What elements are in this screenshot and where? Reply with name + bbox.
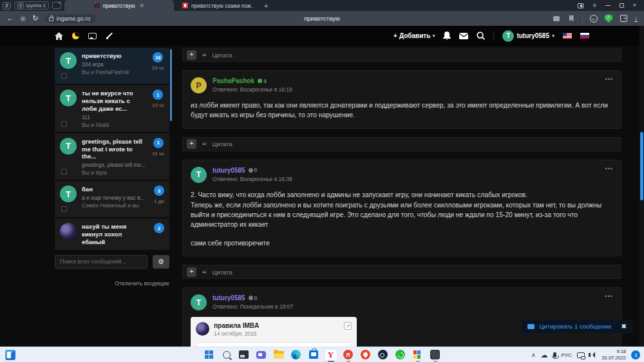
post-avatar[interactable]: P (191, 77, 207, 93)
comments-icon[interactable] (553, 15, 560, 23)
conversation-checkbox[interactable] (61, 169, 67, 175)
unread-badge: 3 (154, 186, 164, 196)
quote-toast-label[interactable]: Цитировать 1 сообщение (539, 323, 611, 330)
new-tab-button[interactable]: + (261, 1, 271, 10)
speaker-icon[interactable] (590, 352, 595, 357)
back-icon[interactable]: ← (6, 15, 14, 22)
embedded-topic-card[interactable]: правила IMBA 14 октября, 2015 ↗ правила … (191, 317, 357, 347)
taskbar-search-icon[interactable] (220, 349, 233, 361)
gallery-icon[interactable] (88, 33, 97, 39)
language-indicator[interactable]: РУС (562, 352, 573, 358)
conversation-checkbox[interactable] (61, 121, 67, 127)
tab-title: приветствую скажи пож. (191, 3, 252, 9)
conversation-item[interactable]: T приветствую 204 игра Вы и PashaPashok … (55, 48, 169, 84)
post-avatar[interactable]: T (191, 294, 207, 310)
teams-chat-icon[interactable] (255, 349, 268, 361)
conversation-item[interactable]: нахуй ты меня кикнул хохол ебаный 2 (55, 218, 169, 250)
downloads-icon[interactable]: ↓ (634, 15, 638, 22)
steam-icon[interactable] (377, 349, 390, 361)
quote-label[interactable]: Цитата (213, 140, 232, 148)
protect-shield-icon[interactable] (605, 15, 612, 23)
home-icon[interactable] (55, 32, 63, 40)
alice-assistant-icon[interactable] (590, 15, 598, 23)
start-button[interactable] (203, 349, 216, 361)
conversation-checkbox[interactable] (61, 73, 67, 79)
edge-browser-icon[interactable] (290, 349, 303, 361)
close-window-icon[interactable]: × (633, 3, 636, 8)
tab-group-chip[interactable]: 0 группа 1 (14, 1, 49, 10)
microphone-icon[interactable] (553, 352, 556, 357)
search-messages-input[interactable] (55, 255, 147, 269)
disable-incoming-link[interactable]: Отключить входящие (55, 280, 169, 287)
scrollbar-thumb[interactable] (640, 132, 643, 200)
sidebar-scrollbar[interactable] (170, 49, 172, 121)
messenger-content: T приветствую 204 игра Вы и PashaPashok … (0, 46, 644, 347)
widgets-icon[interactable] (5, 350, 15, 360)
tab-active[interactable]: приветствую ✕ (64, 0, 174, 11)
tab-inactive[interactable]: приветствую скажи пож. (177, 0, 258, 11)
add-button[interactable]: + Добавить ▾ (393, 32, 435, 39)
quote-selection-toast[interactable]: Цитировать 1 сообщение ✖ (522, 319, 632, 333)
dark-app-icon[interactable] (429, 349, 442, 361)
conversation-item[interactable]: T greetings, please tell me that I wrote… (55, 133, 169, 180)
new-group-icon[interactable] (52, 2, 61, 9)
quote-label[interactable]: Цитата (213, 52, 232, 59)
tab-group-label: группа 1 (26, 3, 46, 8)
drop-app-icon[interactable] (359, 349, 372, 361)
user-menu[interactable]: T tutury0585 ▾ (502, 30, 554, 42)
colorful-app-icon[interactable] (412, 349, 424, 361)
address-bar[interactable]: ingame.go.ro (45, 14, 97, 23)
post-paragraph: сами себе противоречите (191, 239, 613, 249)
theme-moon-icon[interactable] (72, 32, 79, 39)
post-options-icon[interactable]: ••• (605, 166, 613, 172)
file-explorer-icon[interactable] (272, 349, 285, 361)
collections-icon[interactable] (620, 15, 627, 23)
microsoft-store-icon[interactable] (307, 349, 320, 361)
post-author[interactable]: PashaPashok (213, 77, 254, 84)
clock[interactable]: 9:18 20.07.2022 (601, 348, 626, 361)
refresh-icon[interactable]: ↻ (33, 15, 39, 22)
conversation-item[interactable]: T ты не вкурсе что нельзя кикать с лоби … (55, 85, 169, 132)
gear-icon[interactable]: ⚙ (153, 255, 169, 269)
bookmark-icon[interactable] (567, 15, 575, 23)
language-flag-us-icon[interactable] (563, 33, 572, 39)
maximize-icon[interactable] (620, 3, 624, 8)
network-display-icon[interactable] (577, 352, 585, 358)
menu-icon[interactable]: ≡ (592, 3, 596, 8)
multiquote-plus-button[interactable]: + (187, 139, 196, 149)
post-options-icon[interactable]: ••• (605, 293, 613, 300)
conversation-participants: Вы и Skabi (82, 122, 146, 128)
onedrive-cloud-icon[interactable]: ☁ (541, 352, 548, 359)
conversation-sidebar: T приветствую 204 игра Вы и PashaPashok … (55, 48, 169, 347)
conversation-item[interactable]: T бан а и еще почему у вас в... Семён Не… (55, 181, 169, 217)
toast-close-icon[interactable]: ✖ (621, 323, 627, 330)
post-options-icon[interactable]: ••• (605, 76, 613, 82)
multiquote-plus-button[interactable]: + (187, 267, 196, 277)
yandex-app-icon[interactable]: Я (342, 349, 355, 361)
page-scrollbar[interactable] (639, 26, 644, 347)
search-icon[interactable] (477, 32, 485, 40)
conversation-avatar: T (60, 90, 77, 106)
messages-envelope-icon[interactable] (459, 33, 468, 39)
popout-icon[interactable] (578, 3, 583, 8)
forward-icon[interactable]: ◉ (20, 15, 26, 22)
expand-icon[interactable]: ↗ (344, 322, 352, 330)
language-flag-ru-icon[interactable] (580, 33, 589, 39)
post-author[interactable]: tutury0585 (213, 294, 245, 301)
hidden-icons-chevron[interactable]: ∧ (531, 352, 536, 358)
brush-icon[interactable] (106, 32, 114, 40)
dark-app-window-icon[interactable] (238, 349, 251, 361)
multiquote-plus-button[interactable]: + (187, 50, 196, 60)
embed-title[interactable]: правила IMBA (214, 322, 259, 329)
post-author[interactable]: tutury0585 (213, 167, 245, 174)
minimize-icon[interactable] (605, 5, 611, 6)
notification-count-badge[interactable]: 3 (631, 350, 640, 359)
whatsapp-icon[interactable] (394, 349, 407, 361)
quote-label[interactable]: Цитата (213, 269, 232, 276)
post-avatar[interactable]: T (191, 167, 207, 183)
notifications-bell-icon[interactable] (443, 32, 451, 40)
tab-counter[interactable]: 2 (3, 2, 11, 10)
yandex-browser-icon[interactable]: Y (325, 349, 337, 361)
tab-close-icon[interactable]: ✕ (140, 3, 145, 9)
conversation-checkbox[interactable] (61, 206, 67, 212)
